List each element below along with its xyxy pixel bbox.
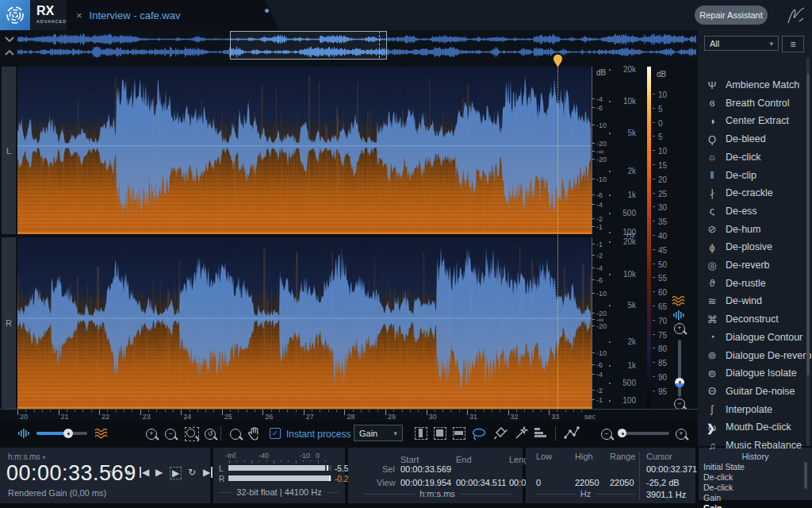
module-item-de-bleed[interactable]: ϘDe-bleed <box>706 131 806 147</box>
spectrogram-left[interactable] <box>17 67 592 234</box>
monitor-button[interactable]: ∩ <box>106 467 113 479</box>
skip-back-button[interactable]: ◀ <box>140 467 149 478</box>
tab-title[interactable]: Interview - cafe.wav <box>90 10 181 21</box>
module-item-de-rustle[interactable]: ϑDe-rustle <box>706 275 806 291</box>
envelope-nodes-icon[interactable] <box>563 425 580 441</box>
view-start: 00:00:19.954 <box>400 478 451 487</box>
module-item-guitar-de-noise[interactable]: ΘGuitar De-noise <box>706 383 806 399</box>
module-item-ambience-match[interactable]: ΨAmbience Match <box>706 81 806 93</box>
instant-process-label[interactable]: Instant process <box>286 429 350 440</box>
play-button[interactable]: ▶ <box>155 467 163 478</box>
instant-process-checkbox[interactable]: ✓ <box>270 428 281 439</box>
module-item-deconstruct[interactable]: ⌘Deconstruct <box>706 311 806 327</box>
module-item-de-hum[interactable]: ⊘De-hum <box>706 221 806 237</box>
time-major-tick <box>59 410 59 415</box>
timeline-zoom-in-button[interactable]: + <box>676 429 687 440</box>
history-item[interactable]: Gain <box>703 503 722 508</box>
meter-r-label: R <box>219 475 224 483</box>
time-ruler[interactable]: 2021222324252627282930313233sec <box>0 409 698 422</box>
view-blend-knob[interactable] <box>63 429 73 438</box>
module-item-interpolate[interactable]: ∫Interpolate <box>706 402 806 418</box>
channel-strip-left[interactable]: L <box>2 67 16 234</box>
transport-time-display[interactable]: 00:00:33.569 <box>6 461 136 486</box>
module-filter-select[interactable]: All▾ <box>704 36 779 51</box>
vertical-zoom-slider[interactable] <box>678 340 681 397</box>
music-rebalance-icon: ♫ <box>706 440 718 452</box>
zoom-in-button[interactable]: + <box>146 429 157 440</box>
module-item-de-ess[interactable]: ςDe-ess <box>706 203 806 219</box>
brush-tool[interactable] <box>493 426 508 441</box>
channel-strip-right[interactable]: R <box>2 237 16 409</box>
overview-view-region[interactable] <box>230 31 387 60</box>
waveform-blend-icon[interactable] <box>672 310 687 320</box>
zoom-reset-button[interactable]: ↺ <box>205 429 216 440</box>
time-selection-tool[interactable] <box>415 427 427 440</box>
gain-levels-icon[interactable] <box>534 428 547 437</box>
ruler-tick <box>592 226 595 227</box>
colorbar-tick: 95 <box>658 387 667 396</box>
module-item-de-reverb[interactable]: ◎De-reverb <box>706 257 806 273</box>
spectrogram-blend-icon[interactable] <box>671 295 687 306</box>
record-button[interactable]: ● <box>125 467 131 478</box>
panel-divider <box>639 451 640 500</box>
timeline-zoom-out-button[interactable]: − <box>601 429 612 440</box>
playhead-line[interactable] <box>557 60 558 409</box>
magnify-tool[interactable] <box>230 429 241 440</box>
playhead-marker-icon[interactable] <box>552 54 564 67</box>
selection-panel: Start End Length Sel 00:00:33.569 View 0… <box>348 448 523 503</box>
module-item-de-crackle[interactable]: ∤De-crackle <box>706 185 806 201</box>
play-selection-button[interactable]: ▶ <box>170 467 182 479</box>
module-item-de-click[interactable]: ☼De-click <box>706 149 806 165</box>
spectrogram-view-icon[interactable] <box>94 428 109 439</box>
time-unit-label: sec <box>584 413 596 421</box>
history-scrollbar[interactable] <box>804 462 807 489</box>
frequency-selection-tool[interactable] <box>453 427 465 440</box>
lasso-tool[interactable] <box>471 428 487 441</box>
signature-scribble-icon[interactable] <box>785 4 807 26</box>
spectrogram-right[interactable] <box>17 237 592 409</box>
waveform-view-icon[interactable] <box>17 429 32 438</box>
module-menu-button[interactable]: ≡ <box>782 36 804 52</box>
module-scrollbar-thumb[interactable] <box>806 74 810 375</box>
module-item-center-extract[interactable]: ◑Center Extract <box>706 113 806 129</box>
module-item-dialogue-contour[interactable]: ◔Dialogue Contour <box>706 329 806 345</box>
vertical-zoom-out-icon[interactable]: − <box>674 398 685 410</box>
freq-unit: Hz <box>626 231 635 239</box>
zoom-selection-button[interactable] <box>185 427 199 441</box>
module-item-de-clip[interactable]: ‖De-clip <box>706 167 806 183</box>
file-tab[interactable]: × Interview - cafe.wav <box>67 0 279 30</box>
collapse-overview-icon[interactable] <box>3 35 16 57</box>
de-crackle-icon: ∤ <box>706 187 718 199</box>
module-item-mouth-de-click[interactable]: ωMouth De-click <box>706 419 806 435</box>
timeline-zoom-knob[interactable] <box>618 429 626 437</box>
module-item-de-plosive[interactable]: ɸDe-plosive <box>706 239 806 255</box>
vertical-zoom-in-icon[interactable]: + <box>674 323 685 334</box>
history-item[interactable]: De-click <box>703 472 733 482</box>
repair-assistant-button[interactable]: Repair Assistant <box>695 6 768 25</box>
magic-wand-tool[interactable] <box>514 426 528 441</box>
zoom-out-button[interactable]: − <box>165 429 176 440</box>
play-from-cursor-button[interactable]: ▶ <box>203 467 213 478</box>
module-quick-select[interactable]: Gain▾ <box>354 425 403 441</box>
module-item-dialogue-isolate[interactable]: ⊜Dialogue Isolate <box>706 365 806 381</box>
history-item[interactable]: Gain <box>703 493 721 502</box>
channel-label-left: L <box>6 146 11 156</box>
module-item-breath-control[interactable]: ɞBreath Control <box>706 95 806 111</box>
time-minor-tick <box>296 410 297 412</box>
ruler-tick <box>609 171 611 172</box>
expand-modules-button[interactable]: ❯ <box>707 422 715 434</box>
module-item-dialogue-de-reverb[interactable]: ⊚Dialogue De-reverb <box>706 348 806 364</box>
history-item[interactable]: Initial State <box>703 462 745 471</box>
time-format-selector[interactable]: h:m:s.ms ▾ <box>8 452 45 461</box>
meter-tick <box>251 460 252 464</box>
time-frequency-selection-tool[interactable] <box>434 427 446 440</box>
module-item-de-wind[interactable]: ≋De-wind <box>706 293 806 309</box>
loop-button[interactable]: ↻ <box>188 467 196 478</box>
history-item[interactable]: De-click <box>703 483 733 492</box>
time-major-tick <box>222 410 223 415</box>
hand-tool[interactable] <box>247 426 261 441</box>
amp-tick-right: -20 <box>596 322 607 330</box>
tab-close-icon[interactable]: × <box>76 10 82 21</box>
module-item-music-rebalance[interactable]: ♫Music Rebalance <box>706 437 806 453</box>
vertical-zoom-knob[interactable] <box>675 378 684 387</box>
